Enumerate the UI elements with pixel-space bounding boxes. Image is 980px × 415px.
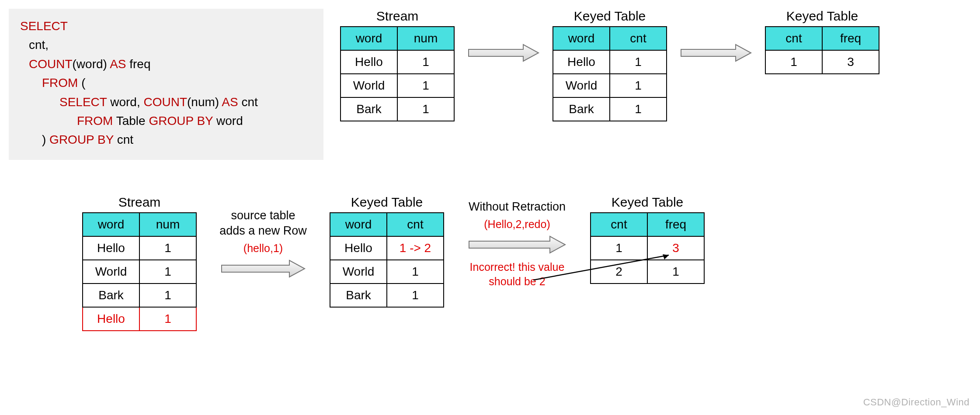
cell: 1: [610, 74, 667, 97]
sql-query-block: SELECT cnt, COUNT(word) AS freq FROM ( S…: [9, 9, 323, 160]
sql-kw: SELECT: [20, 19, 68, 33]
data-table: wordnum Hello1 World1 Bark1: [340, 26, 455, 121]
cell: 1: [387, 284, 444, 307]
col-header: freq: [822, 27, 879, 50]
cell: 1: [139, 307, 196, 331]
cell: 1: [610, 97, 667, 121]
col-header: word: [553, 27, 610, 50]
col-header: word: [330, 213, 387, 236]
bottom-row: Stream wordnum Hello1 World1 Bark1 Hello…: [9, 195, 971, 331]
top-keyed1-table: Keyed Table wordcnt Hello1 World1 Bark1: [553, 9, 667, 121]
bottom-keyed2-table: Keyed Table cntfreq 13 21: [590, 195, 705, 284]
col-header: freq: [647, 213, 704, 236]
table-title: Stream: [118, 195, 161, 210]
data-table: wordnum Hello1 World1 Bark1 Hello1: [82, 212, 197, 331]
data-table: cntfreq 13: [765, 26, 879, 74]
cell: Bark: [83, 284, 139, 307]
sql-kw: AS: [219, 95, 238, 109]
sql-kw: FROM: [77, 114, 113, 128]
table-title: Stream: [376, 9, 419, 24]
cell: 1: [139, 260, 196, 284]
arrow-caption: Without Retraction: [469, 199, 566, 214]
cell: Bark: [330, 284, 387, 307]
arrow-caption-red: (Hello,2,redo): [484, 217, 550, 232]
col-header: word: [341, 27, 397, 50]
arrow-right-icon: [219, 258, 307, 280]
arrow-caption: source tableadds a new Row: [219, 208, 307, 239]
sql-text: (: [78, 76, 85, 90]
cell: Hello: [83, 236, 139, 260]
arrow-right-icon: [679, 42, 753, 64]
sql-kw: GROUP BY: [46, 133, 114, 146]
bottom-stream-table: Stream wordnum Hello1 World1 Bark1 Hello…: [82, 195, 197, 331]
sql-text: (num): [187, 95, 219, 109]
cell: 1: [397, 97, 454, 121]
col-header: cnt: [387, 213, 444, 236]
cell: 1: [139, 284, 196, 307]
flow-arrow: [677, 9, 755, 66]
cell: 3: [822, 50, 879, 74]
annotation-arrow-icon: [533, 252, 678, 282]
svg-line-0: [533, 255, 669, 280]
sql-text: (word): [73, 57, 107, 71]
sql-kw: GROUP BY: [146, 114, 213, 128]
top-keyed2-table: Keyed Table cntfreq 13: [765, 9, 879, 74]
cell: World: [553, 74, 610, 97]
table-title: Keyed Table: [574, 9, 646, 24]
arrow-right-icon: [466, 42, 541, 64]
table-title: Keyed Table: [612, 195, 684, 210]
sql-text: freq: [126, 57, 150, 71]
flow-arrow: [464, 9, 543, 66]
cell: Bark: [341, 97, 397, 121]
arrow-caption-red: (hello,1): [243, 241, 283, 256]
flow-arrow-source: source tableadds a new Row (hello,1): [206, 195, 320, 283]
col-header: num: [397, 27, 454, 50]
cell: 1: [387, 260, 444, 284]
col-header: num: [139, 213, 196, 236]
col-header: cnt: [610, 27, 667, 50]
sql-text: cnt: [114, 133, 133, 146]
cell: Hello: [341, 50, 397, 74]
cell: 1: [765, 50, 822, 74]
sql-text: cnt,: [29, 38, 49, 52]
col-header: word: [83, 213, 139, 236]
sql-text: cnt: [238, 95, 258, 109]
svg-marker-1: [663, 254, 669, 259]
bottom-keyed1-table: Keyed Table wordcnt Hello1 -> 2 World1 B…: [330, 195, 444, 308]
sql-kw: COUNT: [143, 95, 187, 109]
cell: World: [341, 74, 397, 97]
sql-text: Table: [113, 114, 145, 128]
sql-kw: AS: [107, 57, 126, 71]
data-table: wordcnt Hello1 -> 2 World1 Bark1: [330, 212, 444, 308]
cell: 1: [397, 74, 454, 97]
cell: Hello: [330, 236, 387, 260]
sql-text: ): [42, 133, 46, 146]
cell: Hello: [553, 50, 610, 74]
top-stream-table: Stream wordnum Hello1 World1 Bark1: [340, 9, 455, 121]
table-title: Keyed Table: [786, 9, 858, 24]
sql-kw: SELECT: [59, 95, 107, 109]
col-header: cnt: [765, 27, 822, 50]
data-table: wordcnt Hello1 World1 Bark1: [553, 26, 667, 121]
sql-kw: COUNT: [29, 57, 73, 71]
sql-text: word,: [107, 95, 143, 109]
table-title: Keyed Table: [351, 195, 423, 210]
cell: 1 -> 2: [387, 236, 444, 260]
cell: World: [83, 260, 139, 284]
sql-text: word: [213, 114, 243, 128]
cell: 1: [139, 236, 196, 260]
sql-kw: FROM: [42, 76, 78, 90]
cell: Hello: [83, 307, 139, 331]
cell: World: [330, 260, 387, 284]
cell: 1: [397, 50, 454, 74]
top-row: SELECT cnt, COUNT(word) AS freq FROM ( S…: [9, 9, 971, 160]
col-header: cnt: [591, 213, 647, 236]
cell: 1: [610, 50, 667, 74]
cell: Bark: [553, 97, 610, 121]
